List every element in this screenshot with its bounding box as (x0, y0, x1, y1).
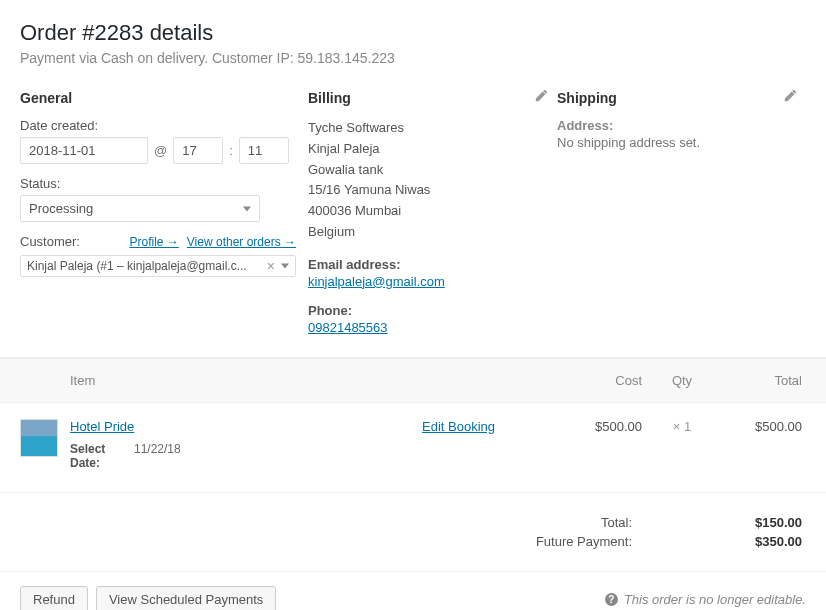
meta-value: 11/22/18 (134, 442, 181, 470)
billing-section: Billing Tyche Softwares Kinjal Paleja Go… (308, 90, 557, 335)
view-scheduled-payments-button[interactable]: View Scheduled Payments (96, 586, 276, 610)
phone-label: Phone: (308, 303, 545, 318)
status-label: Status: (20, 176, 296, 191)
shipping-no-address: No shipping address set. (557, 135, 794, 150)
item-name-link[interactable]: Hotel Pride (70, 419, 134, 434)
col-item: Item (70, 373, 422, 388)
billing-heading: Billing (308, 90, 545, 106)
not-editable-note: This order is no longer editable. (624, 592, 806, 607)
page-subtitle: Payment via Cash on delivery. Customer I… (20, 50, 806, 66)
general-section: General Date created: @ : Status: Proces… (20, 90, 308, 335)
minute-input[interactable] (239, 137, 289, 164)
item-cost: $500.00 (562, 419, 652, 470)
future-payment-value: $350.00 (722, 534, 802, 549)
billing-line: Gowalia tank (308, 160, 545, 181)
shipping-heading: Shipping (557, 90, 794, 106)
pencil-icon[interactable] (533, 90, 547, 104)
hour-input[interactable] (173, 137, 223, 164)
date-created-label: Date created: (20, 118, 296, 133)
billing-line: Kinjal Paleja (308, 139, 545, 160)
pencil-icon[interactable] (782, 90, 796, 104)
items-panel: Item Cost Qty Total Hotel Pride Select D… (0, 357, 826, 610)
clear-customer-icon[interactable]: × (267, 259, 275, 273)
future-payment-label: Future Payment: (502, 534, 632, 549)
date-input[interactable] (20, 137, 148, 164)
total-value: $150.00 (722, 515, 802, 530)
col-cost: Cost (562, 373, 652, 388)
customer-value: Kinjal Paleja (#1 – kinjalpaleja@gmail.c… (27, 259, 263, 273)
item-qty: × 1 (652, 419, 712, 470)
billing-line: Tyche Softwares (308, 118, 545, 139)
item-total: $500.00 (712, 419, 806, 470)
billing-phone-link[interactable]: 09821485563 (308, 320, 388, 335)
at-symbol: @ (154, 143, 167, 158)
item-row: Hotel Pride Select Date: 11/22/18 Edit B… (0, 403, 826, 493)
billing-line: 400036 Mumbai (308, 201, 545, 222)
chevron-down-icon (243, 206, 251, 211)
item-thumbnail[interactable] (20, 419, 58, 457)
chevron-down-icon (281, 264, 289, 269)
billing-email-link[interactable]: kinjalpaleja@gmail.com (308, 274, 445, 289)
col-qty: Qty (652, 373, 712, 388)
customer-select[interactable]: Kinjal Paleja (#1 – kinjalpaleja@gmail.c… (20, 255, 296, 277)
status-value: Processing (29, 201, 93, 216)
shipping-section: Shipping Address: No shipping address se… (557, 90, 806, 335)
meta-key: Select Date: (70, 442, 114, 470)
profile-link[interactable]: Profile → (129, 235, 178, 249)
edit-booking-link[interactable]: Edit Booking (422, 419, 495, 434)
order-totals: Total: $150.00 Future Payment: $350.00 (0, 493, 826, 572)
time-colon: : (229, 143, 233, 158)
customer-label: Customer: (20, 234, 80, 249)
status-select[interactable]: Processing (20, 195, 260, 222)
billing-line: 15/16 Yamuna Niwas (308, 180, 545, 201)
total-label: Total: (502, 515, 632, 530)
info-icon: ? (605, 593, 618, 606)
page-title: Order #2283 details (20, 20, 806, 46)
col-total: Total (712, 373, 806, 388)
billing-line: Belgium (308, 222, 545, 243)
shipping-address-label: Address: (557, 118, 794, 133)
email-label: Email address: (308, 257, 545, 272)
refund-button[interactable]: Refund (20, 586, 88, 610)
view-other-orders-link[interactable]: View other orders → (187, 235, 296, 249)
general-heading: General (20, 90, 296, 106)
